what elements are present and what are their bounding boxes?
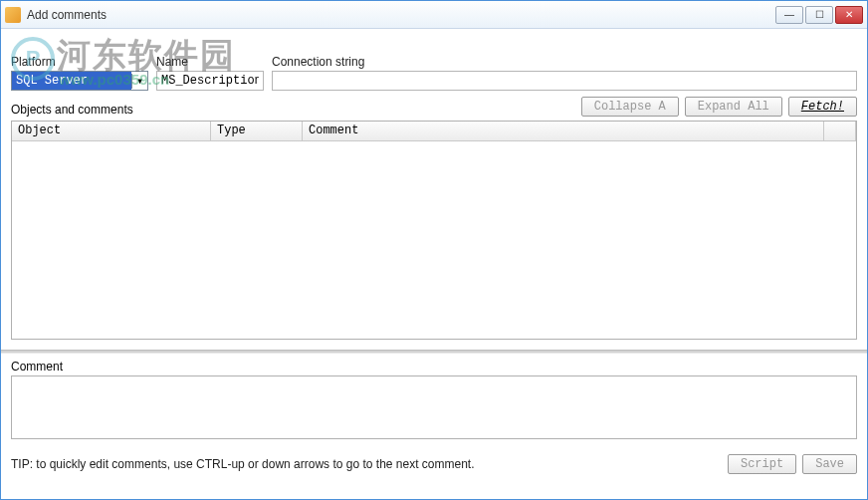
save-button[interactable]: Save [802,454,857,474]
close-button[interactable]: ✕ [835,6,863,24]
window-controls: — ☐ ✕ [775,6,863,24]
chevron-down-icon: ▾ [131,74,147,89]
minimize-button[interactable]: — [775,6,803,24]
comment-label: Comment [11,360,857,374]
tip-text: TIP: to quickly edit comments, use CTRL-… [11,457,722,471]
column-header-comment[interactable]: Comment [303,122,824,140]
column-header-spacer [824,122,856,140]
objects-section-label: Objects and comments [11,103,575,117]
collapse-all-button[interactable]: Collapse A [581,97,679,117]
script-button[interactable]: Script [728,454,796,474]
splitter[interactable] [1,350,867,354]
objects-grid: Object Type Comment [11,121,857,340]
name-label: Name [156,55,264,69]
platform-label: Platform [11,55,148,69]
app-icon [5,7,21,23]
platform-select[interactable]: SQL Server ▾ [11,71,148,91]
connection-string-input[interactable] [272,71,857,91]
connection-label: Connection string [272,55,857,69]
window-title: Add comments [27,8,775,22]
titlebar: Add comments — ☐ ✕ [1,1,867,29]
platform-value: SQL Server [12,72,131,90]
expand-all-button[interactable]: Expand All [685,97,782,117]
name-input[interactable] [156,71,264,91]
column-header-object[interactable]: Object [12,122,211,140]
comment-textarea[interactable] [11,375,857,439]
column-header-type[interactable]: Type [211,122,303,140]
maximize-button[interactable]: ☐ [805,6,833,24]
grid-header: Object Type Comment [12,122,856,141]
fetch-button[interactable]: Fetch! [788,97,857,117]
